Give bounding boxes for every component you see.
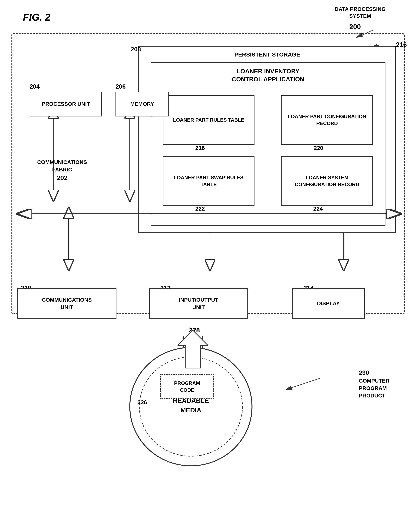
- processor-number: 204: [30, 83, 40, 90]
- persistent-storage-box: PERSISTENT STORAGE 216 LOANER INVENTORY …: [138, 46, 396, 233]
- lpcr-box: LOANER PART CONFIGURATION RECORD: [281, 95, 373, 145]
- lpcr-number: 220: [314, 145, 323, 151]
- dps-number: 200: [349, 23, 361, 31]
- processor-unit-box: PROCESSOR UNIT: [30, 92, 102, 116]
- display-box: DISPLAY: [292, 288, 365, 319]
- svg-marker-24: [178, 330, 208, 369]
- num-226: 226: [137, 399, 147, 406]
- persistent-storage-number: 216: [396, 41, 407, 48]
- dps-label: DATA PROCESSING SYSTEM: [335, 6, 386, 20]
- program-code-box: PROGRAM CODE: [160, 374, 214, 399]
- up-arrow-disk: [178, 330, 208, 369]
- lpswap-box: LOANER PART SWAP RULES TABLE: [163, 156, 255, 206]
- bus-line: [12, 209, 406, 218]
- svg-line-15: [286, 378, 321, 389]
- lica-label: LOANER INVENTORY CONTROL APPLICATION: [151, 68, 385, 83]
- lica-box: LOANER INVENTORY CONTROL APPLICATION LOA…: [151, 62, 385, 226]
- lica-number: 208: [131, 46, 141, 53]
- persistent-storage-label: PERSISTENT STORAGE: [139, 51, 395, 58]
- io-unit-box: INPUT/OUTPUT UNIT: [149, 288, 248, 319]
- memory-number: 206: [115, 83, 126, 90]
- comm-unit-box: COMMUNICATIONS UNIT: [17, 288, 116, 319]
- comm-fabric-label: COMMUNICATIONS FABRIC 202: [37, 158, 87, 182]
- svg-text:MEDIA: MEDIA: [180, 407, 201, 414]
- lprt-number: 218: [195, 145, 205, 151]
- cpp-label: 230 COMPUTER PROGRAM PRODUCT: [359, 369, 390, 399]
- figure-label: FIG. 2: [23, 11, 50, 23]
- lscr-box: LOANER SYSTEM CONFIGURATION RECORD: [281, 156, 373, 206]
- memory-box: MEMORY: [115, 92, 169, 116]
- lprt-box: LOANER PART RULES TABLE: [163, 95, 255, 145]
- data-processing-system-box: PERSISTENT STORAGE 216 LOANER INVENTORY …: [11, 33, 405, 314]
